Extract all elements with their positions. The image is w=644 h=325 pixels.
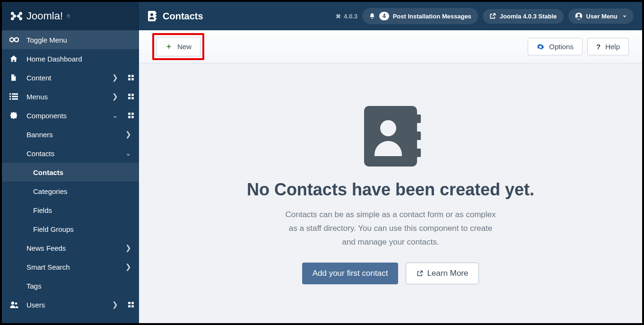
svg-rect-11 — [128, 78, 131, 80]
svg-rect-14 — [12, 93, 18, 95]
joomla-small-icon: ✖ — [336, 13, 341, 20]
sidebar-sub-contacts[interactable]: Contacts ⌄ — [2, 144, 139, 163]
grid-icon[interactable] — [125, 74, 131, 81]
notification-count: 4 — [379, 12, 389, 20]
sidebar-item-home[interactable]: Home Dashboard — [2, 49, 139, 68]
svg-point-6 — [577, 14, 580, 16]
empty-state-title: No Contacts have been created yet. — [247, 180, 534, 200]
svg-rect-29 — [128, 302, 131, 304]
plus-icon: ＋ — [165, 42, 173, 52]
svg-rect-23 — [128, 113, 131, 115]
sidebar-sub-tags[interactable]: Tags — [2, 276, 139, 295]
sidebar: Toggle Menu Home Dashboard Content ❯ — [2, 30, 139, 323]
svg-rect-9 — [128, 75, 131, 77]
toolbar: ＋ New Options ? Help — [139, 30, 642, 63]
sidebar-sub-banners[interactable]: Banners ❯ — [2, 125, 139, 144]
gear-icon — [537, 43, 544, 51]
chevron-down-icon: ⌄ — [112, 111, 118, 120]
add-first-contact-button[interactable]: Add your first contact — [302, 263, 399, 284]
page-title: Contacts — [148, 11, 203, 22]
sidebar-sub2-fields[interactable]: Fields — [2, 201, 139, 220]
chevron-right-icon: ❯ — [125, 263, 131, 271]
post-install-label: Post Installation Messages — [393, 13, 471, 20]
svg-rect-31 — [128, 305, 131, 307]
grid-icon[interactable] — [125, 112, 131, 119]
post-install-messages-button[interactable]: 4 Post Installation Messages — [362, 8, 478, 24]
contacts-book-icon — [148, 11, 157, 21]
options-button[interactable]: Options — [528, 38, 583, 55]
svg-point-28 — [15, 302, 17, 305]
user-icon — [575, 12, 583, 20]
new-button[interactable]: ＋ New — [156, 37, 200, 56]
svg-rect-10 — [131, 75, 134, 77]
svg-rect-19 — [128, 94, 131, 96]
learn-more-button[interactable]: Learn More — [406, 263, 479, 284]
sidebar-item-menus[interactable]: Menus ❯ — [2, 87, 139, 106]
sidebar-item-content[interactable]: Content ❯ — [2, 68, 139, 87]
svg-rect-30 — [131, 302, 134, 304]
question-icon: ? — [596, 43, 600, 51]
main: ＋ New Options ? Help — [139, 30, 642, 323]
version-long-button[interactable]: Joomla 4.0.3 Stable — [483, 9, 564, 24]
svg-rect-12 — [131, 78, 134, 80]
chevron-right-icon: ❯ — [112, 73, 118, 82]
svg-rect-17 — [9, 98, 11, 100]
toggle-menu-button[interactable]: Toggle Menu — [2, 30, 139, 49]
toggle-icon — [9, 36, 20, 43]
svg-rect-3 — [156, 18, 157, 19]
brand-trademark: ® — [67, 14, 70, 19]
joomla-icon — [10, 10, 23, 22]
svg-point-27 — [11, 302, 14, 305]
sidebar-sub2-categories[interactable]: Categories — [2, 182, 139, 201]
sidebar-item-users[interactable]: Users ❯ — [2, 295, 139, 314]
svg-rect-32 — [131, 305, 134, 307]
page-title-text: Contacts — [163, 11, 203, 22]
svg-rect-15 — [9, 96, 11, 97]
svg-rect-22 — [131, 97, 134, 99]
svg-rect-20 — [131, 94, 134, 96]
chevron-down-icon: ⌄ — [125, 149, 131, 158]
bell-icon — [369, 13, 375, 19]
chevron-right-icon: ❯ — [112, 92, 118, 101]
version-short[interactable]: ✖ 4.0.3 — [336, 13, 357, 20]
grid-icon[interactable] — [125, 93, 131, 100]
svg-rect-2 — [156, 15, 157, 17]
chevron-down-icon — [622, 14, 627, 18]
help-button[interactable]: ? Help — [587, 38, 629, 55]
svg-point-8 — [15, 38, 18, 42]
external-link-icon — [417, 270, 423, 277]
empty-state-description: Contacts can be as simple as a contact f… — [284, 208, 497, 249]
svg-rect-26 — [131, 116, 134, 118]
header: Joomla!® Contacts ✖ 4.0.3 4 Po — [2, 2, 642, 30]
svg-rect-16 — [12, 96, 18, 97]
list-icon — [9, 93, 20, 100]
home-icon — [9, 54, 20, 63]
annotation-highlight: ＋ New — [152, 33, 204, 60]
svg-point-7 — [10, 38, 14, 42]
svg-point-4 — [150, 13, 153, 16]
users-icon — [9, 301, 20, 308]
file-icon — [9, 73, 20, 82]
brand-logo[interactable]: Joomla!® — [2, 2, 139, 30]
puzzle-icon — [9, 111, 20, 120]
empty-state-icon — [364, 106, 417, 167]
user-menu-button[interactable]: User Menu — [568, 9, 634, 24]
brand-name: Joomla! — [26, 10, 63, 22]
sidebar-item-components[interactable]: Components ⌄ — [2, 106, 139, 125]
sidebar-sub-smart-search[interactable]: Smart Search ❯ — [2, 257, 139, 276]
sidebar-sub2-field-groups[interactable]: Field Groups — [2, 220, 139, 238]
external-link-icon — [489, 13, 496, 19]
chevron-right-icon: ❯ — [112, 300, 118, 309]
svg-rect-13 — [9, 93, 11, 95]
svg-rect-24 — [131, 113, 134, 115]
chevron-right-icon: ❯ — [125, 130, 131, 139]
sidebar-sub2-contacts[interactable]: Contacts — [2, 163, 139, 182]
sidebar-sub-news-feeds[interactable]: News Feeds ❯ — [2, 238, 139, 257]
svg-rect-21 — [128, 97, 131, 99]
svg-rect-18 — [12, 98, 18, 100]
svg-rect-25 — [128, 116, 131, 118]
grid-icon[interactable] — [125, 301, 131, 308]
svg-rect-1 — [156, 12, 157, 14]
chevron-right-icon: ❯ — [125, 244, 131, 252]
